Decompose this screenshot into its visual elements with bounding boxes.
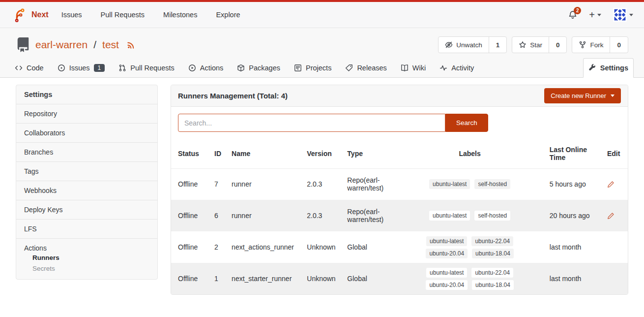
sidebar-item-collaborators[interactable]: Collaborators bbox=[16, 123, 157, 142]
runner-label-badge: ubuntu-latest bbox=[426, 236, 467, 246]
fork-button[interactable]: Fork bbox=[572, 37, 610, 53]
column-header-name: Name bbox=[228, 139, 303, 168]
brand[interactable]: Next bbox=[11, 7, 49, 22]
runner-edit-cell bbox=[603, 263, 628, 294]
search-input[interactable] bbox=[178, 114, 445, 132]
repo-name-link[interactable]: test bbox=[102, 39, 119, 51]
sidebar-item-tags[interactable]: Tags bbox=[16, 161, 157, 181]
tab-settings[interactable]: Settings bbox=[583, 58, 634, 78]
column-header-labels: Labels bbox=[394, 139, 545, 168]
identicon-avatar bbox=[613, 8, 627, 22]
chevron-down-icon bbox=[597, 14, 601, 18]
sidebar-item-repository[interactable]: Repository bbox=[16, 104, 157, 123]
runner-label-badge: ubuntu-22.04 bbox=[471, 236, 513, 246]
runner-labels: ubuntu-latestubuntu-22.04ubuntu-20.04ubu… bbox=[394, 263, 545, 294]
runner-label-badge: ubuntu-latest bbox=[429, 179, 470, 189]
table-body: Offline7runner2.0.3Repo(earl-warren/test… bbox=[171, 168, 628, 294]
runner-edit-cell bbox=[603, 168, 628, 200]
sidebar-item-lfs[interactable]: LFS bbox=[16, 219, 157, 238]
column-header-status: Status bbox=[171, 139, 210, 168]
runner-type: Repo(earl-warren/test) bbox=[343, 168, 394, 200]
package-icon bbox=[237, 64, 245, 72]
tab-wiki[interactable]: Wiki bbox=[396, 59, 431, 77]
table-header-row: StatusIDNameVersionTypeLabelsLast Online… bbox=[171, 139, 628, 168]
action-label: Fork bbox=[590, 41, 603, 49]
tab-label: Actions bbox=[200, 64, 224, 72]
page-title: Runners Management (Total: 4) bbox=[178, 92, 288, 100]
brand-label: Next bbox=[31, 10, 49, 19]
edit-runner-pencil-icon[interactable] bbox=[607, 212, 615, 220]
runner-label-badge: ubuntu-latest bbox=[429, 211, 470, 221]
book-icon bbox=[401, 64, 409, 72]
repo-header-section: earl-warren / test Unwatch 1 Star 0 Fork… bbox=[0, 28, 644, 78]
nav-item-milestones[interactable]: Milestones bbox=[163, 11, 197, 19]
runner-label-badge: self-hosted bbox=[474, 211, 510, 221]
runner-name: next_starter_runner bbox=[228, 263, 303, 294]
edit-runner-pencil-icon[interactable] bbox=[607, 181, 615, 188]
tab-activity[interactable]: Activity bbox=[435, 59, 479, 77]
tab-projects[interactable]: Projects bbox=[289, 59, 336, 77]
runner-labels-group: ubuntu-latestself-hosted bbox=[417, 179, 523, 189]
unwatch-count[interactable]: 1 bbox=[489, 37, 507, 53]
sidebar-item-webhooks[interactable]: Webhooks bbox=[16, 181, 157, 200]
rss-icon[interactable] bbox=[127, 40, 136, 49]
star-icon bbox=[519, 41, 527, 49]
runner-status: Offline bbox=[171, 263, 210, 294]
runners-table: StatusIDNameVersionTypeLabelsLast Online… bbox=[171, 139, 628, 294]
unwatch-button[interactable]: Unwatch bbox=[439, 37, 489, 53]
tab-actions[interactable]: Actions bbox=[183, 59, 229, 77]
sidebar-item-deploy-keys[interactable]: Deploy Keys bbox=[16, 200, 157, 219]
tab-code[interactable]: Code bbox=[10, 59, 49, 77]
sidebar-item-actions[interactable]: ActionsRunnersSecrets bbox=[16, 238, 157, 279]
create-new-dropdown[interactable]: + bbox=[589, 10, 601, 20]
tab-label: Wiki bbox=[412, 64, 426, 72]
nav-item-pull-requests[interactable]: Pull Requests bbox=[101, 11, 145, 19]
runner-last-online: last month bbox=[546, 263, 603, 294]
user-menu-dropdown[interactable] bbox=[613, 8, 633, 22]
runner-last-online: 5 hours ago bbox=[546, 168, 603, 200]
notifications-button[interactable]: 2 bbox=[568, 10, 577, 19]
navbar: Next IssuesPull RequestsMilestonesExplor… bbox=[0, 2, 644, 28]
star-button[interactable]: Star bbox=[512, 37, 549, 53]
tab-issues[interactable]: Issues 1 bbox=[53, 59, 110, 77]
tab-pull-requests[interactable]: Pull Requests bbox=[114, 59, 179, 77]
tag-icon bbox=[345, 64, 353, 72]
runner-id: 7 bbox=[210, 168, 228, 200]
runner-label-badge: ubuntu-20.04 bbox=[426, 280, 468, 290]
plus-icon: + bbox=[589, 10, 595, 20]
runner-version: Unknown bbox=[303, 231, 343, 263]
runner-label-badge: ubuntu-18.04 bbox=[472, 249, 514, 258]
tab-releases[interactable]: Releases bbox=[340, 59, 391, 77]
sidebar-subitem-runners[interactable]: Runners bbox=[24, 252, 149, 263]
runner-row: Offline6runner2.0.3Repo(earl-warren/test… bbox=[171, 200, 628, 231]
runner-row: Offline1next_starter_runnerUnknownGlobal… bbox=[171, 263, 628, 294]
runner-name: runner bbox=[228, 168, 303, 200]
sidebar-item-branches[interactable]: Branches bbox=[16, 142, 157, 161]
search-button[interactable]: Search bbox=[445, 114, 488, 132]
fork-icon bbox=[579, 41, 586, 49]
column-header-version: Version bbox=[303, 139, 343, 168]
star-count[interactable]: 0 bbox=[549, 37, 567, 53]
nav-item-issues[interactable]: Issues bbox=[61, 11, 82, 19]
sidebar-item-label: Tags bbox=[24, 167, 149, 175]
repo-actions: Unwatch 1 Star 0 Fork 0 bbox=[438, 36, 628, 53]
repo-owner-link[interactable]: earl-warren bbox=[35, 39, 88, 51]
runner-label-badge: ubuntu-22.04 bbox=[471, 268, 513, 278]
runner-edit-cell bbox=[603, 200, 628, 231]
runner-row: Offline7runner2.0.3Repo(earl-warren/test… bbox=[171, 168, 628, 200]
pull-request-icon bbox=[118, 64, 126, 72]
sidebar-item-label: LFS bbox=[24, 225, 149, 233]
fork-count[interactable]: 0 bbox=[610, 37, 628, 53]
tab-packages[interactable]: Packages bbox=[232, 59, 285, 77]
nav-item-explore[interactable]: Explore bbox=[216, 11, 240, 19]
navbar-right: 2 + bbox=[568, 8, 633, 22]
repo-tab-bar: Code Issues 1 Pull Requests Actions Pack… bbox=[0, 58, 644, 78]
repo-action-group: Fork 0 bbox=[572, 36, 628, 53]
runner-labels: ubuntu-latestself-hosted bbox=[394, 200, 545, 231]
tab-label: Settings bbox=[600, 64, 628, 72]
sidebar-subitem-secrets[interactable]: Secrets bbox=[24, 263, 149, 274]
sidebar-item-settings: Settings bbox=[16, 85, 157, 104]
runner-name: runner bbox=[228, 200, 303, 231]
tab-label: Projects bbox=[306, 64, 331, 72]
create-new-runner-button[interactable]: Create new Runner bbox=[544, 88, 621, 103]
